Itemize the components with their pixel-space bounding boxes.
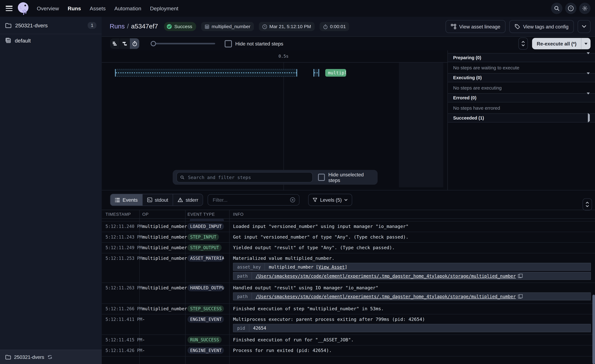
nav-runs[interactable]: Runs xyxy=(68,5,81,11)
path-link[interactable]: /Users/smackesey/stm/code/elementl/exper… xyxy=(255,273,516,279)
refresh-icon[interactable] xyxy=(47,355,52,360)
events-expand-button[interactable] xyxy=(582,198,592,210)
flat-list-icon xyxy=(112,42,117,46)
run-header-more-button[interactable] xyxy=(578,20,591,33)
event-timestamp: 5:12:11.266 PM xyxy=(102,304,139,314)
table-row[interactable]: 5:12:11.266 PM multiplied_number STEP_SU… xyxy=(102,304,595,315)
sidebar-item-repo[interactable]: default xyxy=(0,34,102,47)
duration-tag: 0:00:01 xyxy=(319,22,349,31)
event-type-badge: HANDLED_OUTPUT xyxy=(187,285,224,291)
event-type-badge: STEP_OUTPUT xyxy=(187,244,222,251)
table-row-partial[interactable] xyxy=(102,219,595,222)
gantt-toolbar: Hide not started steps Re-execute all (*… xyxy=(102,37,595,50)
event-timestamp: 5:12:11.249 PM xyxy=(102,243,139,253)
nav-automation[interactable]: Automation xyxy=(114,5,141,11)
section-executing-body: No steps are executing xyxy=(448,82,595,93)
table-row[interactable]: 5:12:11.243 PM multiplied_number STEP_IN… xyxy=(102,232,595,243)
view-asset-lineage-label: View asset lineage xyxy=(459,24,500,29)
table-row[interactable]: 5:12:11.263 PM multiplied_number HANDLED… xyxy=(102,283,595,304)
col-timestamp: TIMESTAMP xyxy=(102,212,139,217)
reexecute-split-button: Re-execute all (*) xyxy=(532,38,590,49)
event-op: multiplied_number xyxy=(139,222,185,232)
nav-overview[interactable]: Overview xyxy=(37,5,59,11)
section-preparing-title: Preparing (0) xyxy=(453,55,481,60)
run-header: Runs/a5347ef7 Success multiplied_number … xyxy=(102,17,595,37)
col-info: INFO xyxy=(229,212,595,217)
folder-icon xyxy=(5,355,11,360)
clock-icon xyxy=(262,24,267,29)
metadata-key: asset_key xyxy=(234,263,265,270)
chevron-up-icon xyxy=(522,41,525,43)
section-errored[interactable]: Errored (0) xyxy=(448,93,595,102)
hide-unselected-checkbox[interactable] xyxy=(318,174,325,181)
events-table-body: 5:12:11.240 PM multiplied_number LOADED_… xyxy=(102,219,595,357)
table-row[interactable]: 5:12:11.426 PM - ENGINE_EVENT Process fo… xyxy=(102,346,595,357)
sidebar-item-workspace[interactable]: 250321-dvers 1 xyxy=(0,17,102,34)
search-button[interactable] xyxy=(551,3,562,14)
gantt-expand-button[interactable] xyxy=(518,37,528,50)
event-info: Loaded input "versioned_number" using in… xyxy=(233,222,595,232)
hide-not-started-checkbox[interactable] xyxy=(225,40,232,47)
workspace-name: 250321-dvers xyxy=(15,22,48,28)
gantt-planned-bar[interactable] xyxy=(115,69,297,77)
event-info: Yielded output "result" of type "Any". (… xyxy=(233,243,595,253)
section-preparing[interactable]: Preparing (0) xyxy=(448,53,595,62)
table-row[interactable]: 5:12:11.240 PM multiplied_number LOADED_… xyxy=(102,222,595,232)
hide-not-started-checkbox-row[interactable]: Hide not started steps xyxy=(225,40,283,47)
help-button[interactable]: ? xyxy=(565,3,577,14)
log-filter-input[interactable] xyxy=(212,197,290,203)
scrollbar-thumb[interactable] xyxy=(592,295,595,364)
hide-unselected-checkbox-row[interactable]: Hide unselected steps xyxy=(318,172,374,183)
gantt-zoom-slider[interactable] xyxy=(151,41,215,46)
menu-icon[interactable] xyxy=(6,6,13,11)
reexecute-all-button[interactable]: Re-execute all (*) xyxy=(532,38,581,49)
reexecute-dropdown-button[interactable] xyxy=(581,38,591,49)
metadata-key: pid xyxy=(234,324,249,332)
time-tick-label: 0.5s xyxy=(278,54,288,59)
table-row[interactable]: 5:12:11.411 PM - ENGINE_EVENT Multiproce… xyxy=(102,314,595,335)
col-op: OP xyxy=(139,212,185,217)
datetime-tag: Mar 21, 5:12:10 PM xyxy=(259,22,314,31)
gantt-region: 0.5s multipli… Hide unselected steps xyxy=(102,50,595,190)
settings-button[interactable] xyxy=(579,3,591,14)
view-mode-timed-button[interactable] xyxy=(130,38,139,49)
copy-icon[interactable] xyxy=(518,294,522,299)
gantt-planned-bar-fragment[interactable] xyxy=(313,69,319,77)
section-succeeded[interactable]: Succeeded (1) xyxy=(448,113,595,122)
asset-tag[interactable]: multiplied_number xyxy=(201,22,254,31)
step-search-input[interactable] xyxy=(187,174,309,180)
levels-dropdown-button[interactable]: Levels (5) xyxy=(308,194,352,206)
nav-assets[interactable]: Assets xyxy=(90,5,106,11)
view-mode-flat-button[interactable] xyxy=(110,38,120,49)
chevron-down-icon xyxy=(522,44,525,46)
path-link[interactable]: /Users/smackesey/stm/code/elementl/exper… xyxy=(255,294,516,299)
section-executing[interactable]: Executing (0) xyxy=(448,73,595,82)
event-timestamp: 5:12:11.253 PM xyxy=(102,253,139,264)
event-info: Finished execution of run for "__ASSET_J… xyxy=(233,335,595,345)
breadcrumb-runs-link[interactable]: Runs xyxy=(110,23,125,30)
dagster-logo-icon[interactable] xyxy=(17,1,30,15)
gantt-chart[interactable]: 0.5s multipli… Hide unselected steps xyxy=(102,50,448,190)
copy-icon[interactable] xyxy=(518,274,522,278)
gantt-step-bar[interactable]: multipli… xyxy=(325,69,346,77)
tab-stderr[interactable]: stderr xyxy=(173,194,203,206)
table-row[interactable]: 5:12:11.249 PM multiplied_number STEP_OU… xyxy=(102,243,595,253)
slider-knob[interactable] xyxy=(151,41,156,46)
tab-events[interactable]: Events xyxy=(110,194,142,206)
clear-filter-icon[interactable] xyxy=(290,197,296,203)
table-row[interactable]: 5:12:11.253 PM multiplied_number ASSET_M… xyxy=(102,253,595,283)
table-row[interactable]: 5:12:11.415 PM - RUN_SUCCESS Finished ex… xyxy=(102,335,595,346)
event-timestamp: 5:12:11.426 PM xyxy=(102,346,139,356)
tab-stdout[interactable]: stdout xyxy=(142,194,173,206)
view-tags-config-button[interactable]: View tags and config xyxy=(509,20,574,33)
nav-deployment[interactable]: Deployment xyxy=(150,5,178,11)
view-asset-lineage-button[interactable]: View asset lineage xyxy=(446,20,506,33)
search-icon xyxy=(180,175,184,180)
status-label: Success xyxy=(174,24,192,29)
step-search-field[interactable] xyxy=(177,172,313,182)
log-filter-field[interactable] xyxy=(208,194,299,206)
view-asset-link[interactable]: View Asset xyxy=(319,264,345,269)
event-info: Process for run exited (pid: 42654). xyxy=(233,346,595,356)
event-type-badge: ENGINE_EVENT xyxy=(187,347,224,354)
view-mode-waterfall-button[interactable] xyxy=(120,38,130,49)
